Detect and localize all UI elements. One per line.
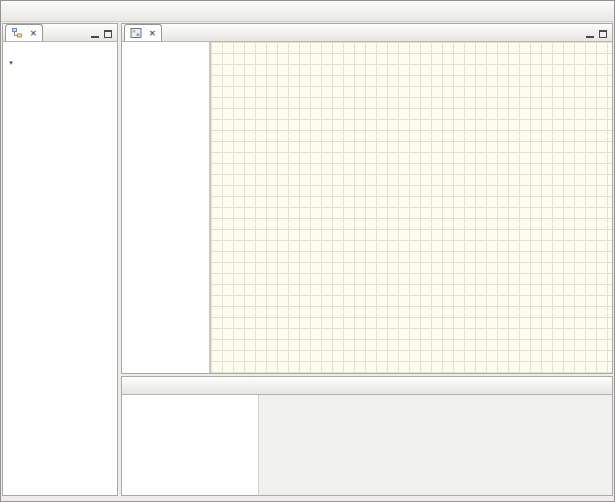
maximize-button[interactable] — [104, 30, 112, 38]
editor-body — [122, 42, 612, 373]
model-explorer-panel: ✕ ▼ — [2, 23, 118, 496]
tab-overview-diagram[interactable]: ✕ — [124, 24, 162, 41]
view-menu-row: ▼ — [3, 60, 117, 70]
model-panel-toolbar — [3, 42, 117, 60]
editor-column: ✕ — [121, 23, 613, 496]
tab-model[interactable]: ✕ — [5, 24, 43, 41]
minimize-button[interactable] — [91, 33, 99, 38]
bottom-content — [122, 395, 612, 495]
application-window: ✕ ▼ ✕ — [0, 0, 615, 502]
class-diagram-icon — [130, 27, 142, 39]
model-tree — [3, 70, 117, 495]
model-panel-tab-bar: ✕ — [3, 24, 117, 42]
main-toolbar — [1, 1, 614, 22]
panel-buttons — [87, 30, 117, 41]
close-icon[interactable]: ✕ — [30, 29, 37, 38]
model-tree-icon — [11, 27, 23, 39]
chevron-down-icon[interactable]: ▼ — [8, 60, 14, 66]
bottom-tab-bar — [122, 377, 612, 395]
diagram-editor: ✕ — [121, 23, 613, 374]
close-icon[interactable]: ✕ — [149, 29, 156, 38]
minimize-button[interactable] — [586, 33, 594, 38]
palette — [122, 42, 211, 373]
editor-tab-bar: ✕ — [122, 24, 612, 42]
workbench: ✕ ▼ ✕ — [1, 22, 614, 496]
bottom-rest — [259, 395, 612, 495]
maximize-button[interactable] — [599, 30, 607, 38]
diagram-canvas[interactable] — [211, 42, 612, 373]
status-bar — [1, 496, 614, 501]
bottom-panel — [121, 376, 613, 496]
outline-content — [122, 395, 259, 495]
panel-buttons — [582, 30, 612, 41]
